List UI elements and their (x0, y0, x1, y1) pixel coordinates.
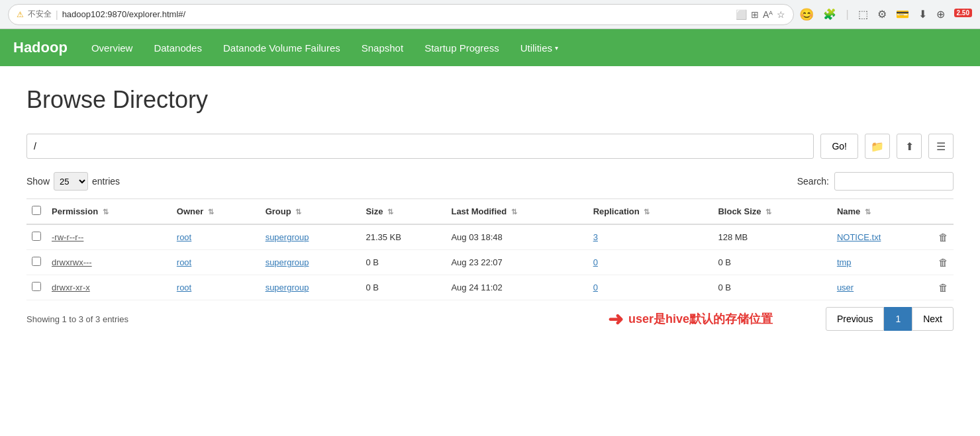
cell-name-1[interactable]: tmp (832, 250, 933, 275)
col-sort-size[interactable]: Size ⇅ (360, 199, 446, 225)
previous-button[interactable]: Previous (826, 307, 884, 331)
sort-icon-size: ⇅ (387, 208, 393, 216)
nav-item-startup-progress[interactable]: Startup Progress (414, 29, 510, 66)
delete-icon-2[interactable]: 🗑 (938, 282, 948, 293)
annotation-arrow-icon: ➜ (608, 308, 623, 330)
name-col-label: Name (837, 206, 860, 216)
cell-name-0[interactable]: NOTICE.txt (832, 224, 933, 250)
cell-block-size-0: 128 MB (712, 224, 831, 250)
cell-replication-2[interactable]: 0 (588, 275, 713, 300)
browser-chrome: ⚠ 不安全 | hadoop102:9870/explorer.html#/ ⬜… (0, 0, 980, 29)
folder-icon: 📁 (871, 140, 884, 153)
navbar-brand[interactable]: Hadoop (13, 39, 68, 56)
cell-size-0: 21.35 KB (360, 224, 446, 250)
more-icon: ⊕ (936, 8, 945, 21)
cell-last-modified-0: Aug 03 18:48 (446, 224, 587, 250)
cell-owner-2[interactable]: root (172, 275, 260, 300)
browser-right-icons: 😊 🧩 | ⬚ ⚙ 💳 ⬇ ⊕ 2.50 (799, 7, 972, 22)
cell-replication-0[interactable]: 3 (588, 224, 713, 250)
cell-size-1: 0 B (360, 250, 446, 275)
cell-last-modified-2: Aug 24 11:02 (446, 275, 587, 300)
entries-select[interactable]: 25 50 100 (54, 172, 88, 191)
sort-icon-group: ⇅ (295, 208, 301, 216)
sort-icon-owner: ⇅ (208, 208, 214, 216)
col-sort-owner[interactable]: Owner ⇅ (172, 199, 260, 225)
col-sort-permission[interactable]: Permission ⇅ (46, 199, 172, 225)
entries-suffix: entries (92, 176, 120, 187)
list-icon: ☰ (936, 140, 946, 153)
cell-delete-2[interactable]: 🗑 (933, 275, 954, 300)
directory-table: Permission ⇅ Owner ⇅ Group ⇅ Size ⇅ Last… (26, 198, 954, 300)
search-right: Search: (797, 172, 954, 191)
last-modified-col-label: Last Modified (451, 206, 507, 216)
cell-permission-0: -rw-r--r-- (46, 224, 172, 250)
page-1-button[interactable]: 1 (884, 307, 912, 331)
delete-icon-0[interactable]: 🗑 (938, 232, 948, 243)
sort-icon-replication: ⇅ (644, 208, 650, 216)
col-sort-last-modified[interactable]: Last Modified ⇅ (446, 199, 587, 225)
pagination: Previous 1 Next (826, 307, 954, 331)
nav-item-utilities[interactable]: Utilities ▾ (510, 29, 569, 66)
extensions-icon: 🧩 (823, 8, 836, 21)
list-icon-button[interactable]: ☰ (928, 134, 954, 159)
cell-replication-1[interactable]: 0 (588, 250, 713, 275)
cell-name-2[interactable]: user (832, 275, 933, 300)
cell-group-0[interactable]: supergroup (260, 224, 361, 250)
cell-group-2[interactable]: supergroup (260, 275, 361, 300)
utilities-label: Utilities (520, 42, 552, 54)
collections-icon: ⬚ (858, 8, 868, 21)
group-col-label: Group (266, 206, 291, 216)
cell-delete-1[interactable]: 🗑 (933, 250, 954, 275)
upload-icon: ⬆ (905, 140, 914, 153)
cell-block-size-1: 0 B (712, 250, 831, 275)
grid-icon: ⊞ (751, 9, 759, 20)
block-size-col-label: Block Size (718, 206, 761, 216)
security-label: 不安全 (28, 9, 52, 20)
col-sort-group[interactable]: Group ⇅ (260, 199, 361, 225)
screen-icon: ⬜ (736, 9, 747, 20)
delete-icon-1[interactable]: 🗑 (938, 257, 948, 268)
size-col-label: Size (366, 206, 383, 216)
sort-icon-block-size: ⇅ (765, 208, 771, 216)
cell-size-2: 0 B (360, 275, 446, 300)
font-icon: Aᴬ (763, 9, 773, 20)
nav-item-datanodes[interactable]: Datanodes (143, 29, 213, 66)
page-title: Browse Directory (26, 86, 954, 114)
owner-col-label: Owner (177, 206, 203, 216)
go-button[interactable]: Go! (820, 134, 858, 159)
nav-item-overview[interactable]: Overview (81, 29, 144, 66)
permission-col-label: Permission (52, 206, 98, 216)
row-checkbox-0[interactable] (32, 232, 41, 241)
row-checkbox-2[interactable] (32, 282, 41, 291)
cell-owner-1[interactable]: root (172, 250, 260, 275)
entries-left: Show 25 50 100 entries (26, 172, 120, 191)
address-bar: ⚠ 不安全 | hadoop102:9870/explorer.html#/ ⬜… (8, 4, 794, 25)
nav-item-snapshot[interactable]: Snapshot (351, 29, 414, 66)
col-sort-name[interactable]: Name ⇅ (832, 199, 933, 225)
cell-permission-2: drwxr-xr-x (46, 275, 172, 300)
download-icon: ⬇ (918, 8, 927, 21)
sort-icon-permission: ⇅ (103, 208, 109, 216)
search-input[interactable] (834, 172, 954, 191)
select-all-checkbox[interactable] (32, 206, 41, 215)
col-sort-replication[interactable]: Replication ⇅ (588, 199, 713, 225)
security-warning-icon: ⚠ (17, 10, 24, 19)
cell-delete-0[interactable]: 🗑 (933, 224, 954, 250)
path-input[interactable] (26, 134, 814, 159)
col-sort-block-size[interactable]: Block Size ⇅ (712, 199, 831, 225)
chevron-down-icon: ▾ (555, 44, 558, 52)
sort-icon-last-modified: ⇅ (511, 208, 517, 216)
folder-icon-button[interactable]: 📁 (865, 134, 890, 159)
annotation-text: ➜ user是hive默认的存储位置 (608, 308, 773, 330)
entries-row: Show 25 50 100 entries Search: (26, 172, 954, 191)
table-row: drwxr-xr-x root supergroup 0 B Aug 24 11… (26, 275, 954, 300)
upload-icon-button[interactable]: ⬆ (897, 134, 922, 159)
cell-last-modified-1: Aug 23 22:07 (446, 250, 587, 275)
next-button[interactable]: Next (912, 307, 954, 331)
cell-group-1[interactable]: supergroup (260, 250, 361, 275)
version-badge: 2.50 (954, 9, 972, 17)
cell-owner-0[interactable]: root (172, 224, 260, 250)
address-text: hadoop102:9870/explorer.html#/ (62, 9, 732, 19)
nav-item-datanode-volume-failures[interactable]: Datanode Volume Failures (213, 29, 351, 66)
row-checkbox-1[interactable] (32, 257, 41, 266)
